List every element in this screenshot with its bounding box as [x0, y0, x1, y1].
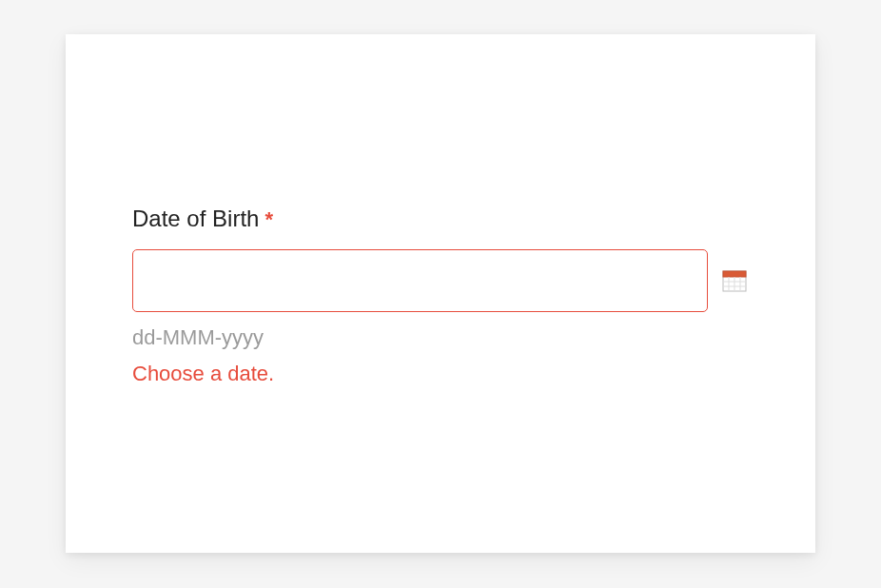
dob-input-row [132, 249, 749, 312]
dob-input[interactable] [132, 249, 708, 312]
calendar-icon[interactable] [721, 267, 748, 294]
svg-rect-1 [723, 271, 746, 277]
required-asterisk: * [264, 207, 273, 232]
dob-error-message: Choose a date. [132, 362, 749, 386]
dob-label: Date of Birth [132, 206, 259, 232]
calendar-icon-svg [722, 268, 747, 293]
dob-label-row: Date of Birth * [132, 206, 749, 232]
dob-format-hint: dd-MMM-yyyy [132, 325, 749, 350]
form-card: Date of Birth * dd-MMM-yyyy Choose a dat… [66, 34, 815, 553]
